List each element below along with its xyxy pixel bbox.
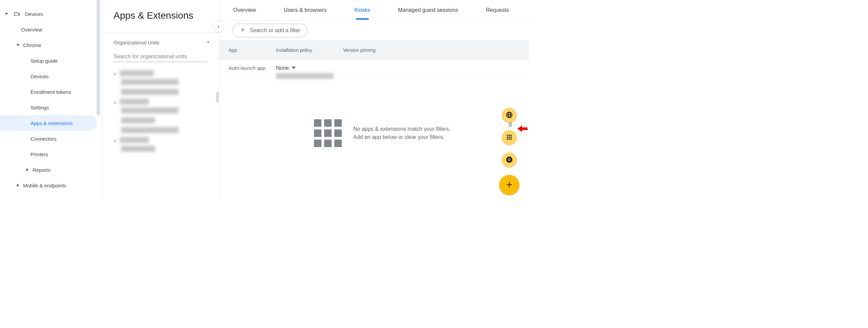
- nav-overview[interactable]: Overview: [0, 22, 101, 37]
- nav-chrome[interactable]: Chrome: [0, 37, 101, 53]
- ou-header-label: Organizational Units: [114, 40, 159, 45]
- redacted-text: [121, 79, 179, 85]
- empty-state-text: No apps & extensions match your filters.…: [353, 125, 450, 141]
- nav-settings[interactable]: Settings: [0, 100, 101, 115]
- nav-mobile-label: Mobile & endpoints: [23, 183, 66, 188]
- autolaunch-select[interactable]: None: [276, 65, 334, 71]
- tab-managed-guest[interactable]: Managed guest sessions: [397, 7, 459, 13]
- plus-icon: [240, 27, 246, 34]
- nav-settings-label: Settings: [31, 105, 49, 110]
- chrome-icon: [506, 156, 513, 164]
- caret-right-icon: [26, 168, 30, 171]
- tab-overview[interactable]: Overview: [233, 7, 257, 13]
- nav-reports[interactable]: Reports: [0, 162, 101, 178]
- ou-header[interactable]: Organizational Units: [102, 33, 219, 52]
- redacted-text: [121, 127, 179, 133]
- nav-enroll[interactable]: Enrollment tokens: [0, 84, 101, 100]
- ou-item[interactable]: [114, 99, 213, 105]
- ou-list: [102, 68, 219, 153]
- fab-column: [499, 108, 519, 195]
- caret-right-icon: [114, 138, 117, 142]
- autolaunch-value: None: [276, 65, 289, 71]
- nav-setup[interactable]: Setup guide: [0, 53, 101, 68]
- devices-icon: [14, 11, 20, 17]
- column-header-row: App Installation policy Version pinning: [219, 41, 529, 60]
- ou-item[interactable]: [114, 70, 213, 76]
- nav-mobile[interactable]: Mobile & endpoints: [0, 178, 101, 193]
- ou-item[interactable]: [114, 137, 213, 143]
- column-policy: Installation policy: [276, 47, 343, 53]
- filter-row: Search or add a filter: [219, 20, 529, 41]
- annotation-arrow: [517, 125, 528, 133]
- redacted-text: [121, 146, 155, 152]
- nav-reports-label: Reports: [33, 167, 51, 173]
- add-from-play-fab[interactable]: [502, 130, 517, 145]
- caret-down-icon: [5, 12, 9, 16]
- plus-icon: [505, 180, 514, 190]
- apps-grid-icon: [314, 119, 342, 147]
- nav-connectors[interactable]: Connectors: [0, 131, 101, 146]
- nav-overview-label: Overview: [21, 27, 42, 33]
- nav-printers[interactable]: Printers: [0, 146, 101, 162]
- filter-chip[interactable]: Search or add a filter: [233, 24, 308, 37]
- nav-devices[interactable]: Devices: [0, 6, 101, 22]
- nav-devices-label: Devices: [25, 11, 43, 17]
- redacted-text: [120, 99, 149, 105]
- nav-connectors-label: Connectors: [31, 136, 57, 142]
- caret-down-icon: [292, 65, 296, 71]
- tab-users-browsers[interactable]: Users & browsers: [283, 7, 327, 13]
- redacted-text: [121, 107, 179, 114]
- add-app-fab[interactable]: [499, 175, 519, 195]
- redacted-text: [276, 73, 334, 79]
- caret-down-icon: [16, 43, 20, 47]
- ou-panel: Apps & Extensions Organizational Units: [102, 0, 219, 200]
- sidebar-scrollbar[interactable]: [97, 0, 100, 115]
- nav-apps-ext-label: Apps & extensions: [31, 120, 73, 126]
- apps-grid-icon: [506, 134, 513, 142]
- redacted-text: [121, 117, 155, 123]
- ou-search-input[interactable]: [114, 52, 207, 62]
- nav-setup-label: Setup guide: [31, 58, 58, 64]
- nav-chrome-label: Chrome: [23, 42, 41, 48]
- left-nav: Devices Overview Chrome Setup guide Devi…: [0, 0, 102, 200]
- empty-line2: Add an app below or clear your filters.: [353, 133, 450, 141]
- redacted-text: [120, 70, 154, 76]
- nav-apps-extensions[interactable]: Apps & extensions: [0, 115, 97, 131]
- main-content: Overview Users & browsers Kiosks Managed…: [219, 0, 529, 200]
- empty-state: No apps & extensions match your filters.…: [314, 119, 529, 147]
- globe-icon: [506, 111, 513, 120]
- nav-devices-sub-label: Devices: [31, 74, 48, 79]
- tab-requests[interactable]: Requests: [485, 7, 510, 13]
- collapse-ou-panel-button[interactable]: [213, 21, 224, 33]
- caret-right-icon: [16, 184, 20, 187]
- nav-enroll-label: Enrollment tokens: [31, 89, 71, 95]
- redacted-text: [121, 89, 179, 95]
- tab-kiosks[interactable]: Kiosks: [354, 7, 371, 13]
- svg-point-2: [509, 159, 510, 160]
- autolaunch-label: Auto-launch app: [229, 65, 276, 71]
- tab-bar: Overview Users & browsers Kiosks Managed…: [219, 0, 529, 20]
- filter-chip-label: Search or add a filter: [250, 27, 300, 34]
- empty-line1: No apps & extensions match your filters.: [353, 125, 450, 133]
- caret-right-icon: [114, 71, 117, 75]
- chevron-up-icon: [205, 39, 211, 46]
- nav-devices-sub[interactable]: Devices: [0, 68, 101, 84]
- add-chrome-app-fab[interactable]: [502, 152, 517, 167]
- caret-right-icon: [114, 100, 117, 103]
- column-app: App: [229, 47, 276, 53]
- redacted-text: [120, 137, 149, 143]
- nav-printers-label: Printers: [31, 151, 48, 157]
- column-version: Version pinning: [343, 47, 376, 53]
- ou-scrollbar[interactable]: [216, 92, 219, 102]
- add-by-url-fab[interactable]: [502, 108, 517, 123]
- page-title: Apps & Extensions: [102, 0, 219, 33]
- autolaunch-row: Auto-launch app None: [219, 60, 529, 79]
